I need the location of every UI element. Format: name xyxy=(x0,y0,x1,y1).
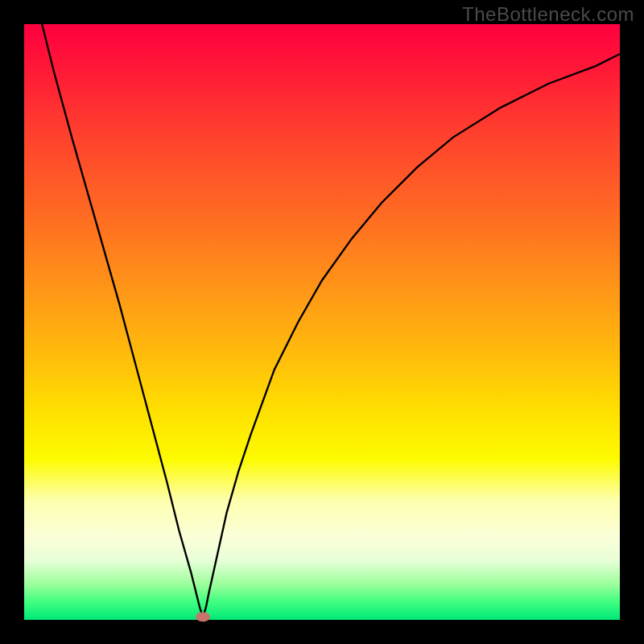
bottleneck-curve-path xyxy=(42,24,620,617)
watermark-text: TheBottleneck.com xyxy=(462,3,634,26)
chart-container: TheBottleneck.com xyxy=(0,0,644,644)
bottleneck-curve-svg xyxy=(24,24,620,620)
plot-area xyxy=(24,24,620,620)
minimum-marker xyxy=(196,612,210,621)
